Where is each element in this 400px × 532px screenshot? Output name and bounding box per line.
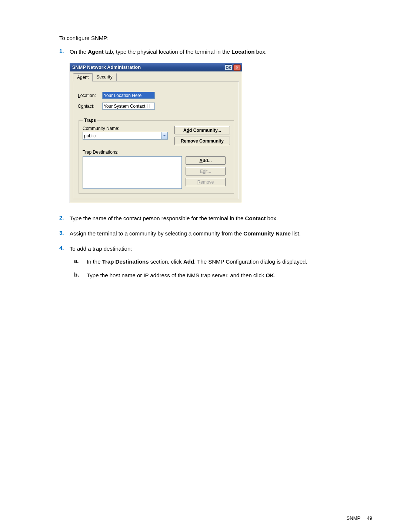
intro-text: To configure SNMP: <box>59 35 372 41</box>
step-4-text: To add a trap destination: <box>70 245 372 252</box>
traps-legend: Traps <box>83 118 97 123</box>
add-community-button[interactable]: Add Community... <box>174 126 230 134</box>
substep-letter: a. <box>74 258 87 266</box>
contact-label: Contact: <box>78 104 102 109</box>
location-label: Location: <box>78 93 102 98</box>
edit-button[interactable]: Edit... <box>186 167 226 175</box>
page-footer: SNMP 49 <box>347 515 372 521</box>
step-4a-text: In the Trap Destinations section, click … <box>87 258 372 266</box>
trap-destinations-list[interactable] <box>83 156 182 189</box>
trap-destinations-label: Trap Destinations: <box>83 150 230 155</box>
footer-section: SNMP <box>347 515 360 521</box>
step-3-text: Assign the terminal to a community by se… <box>70 230 372 237</box>
community-name-select[interactable]: public <box>83 132 168 140</box>
snmp-dialog-screenshot: SNMP Network Administration OK ✕ Agent S… <box>70 63 372 203</box>
contact-input[interactable]: Your System Contact H <box>102 103 155 110</box>
step-number: 2. <box>59 214 70 222</box>
community-name-value: public <box>83 132 161 140</box>
dialog-titlebar: SNMP Network Administration OK ✕ <box>70 63 242 71</box>
step-number: 4. <box>59 245 70 252</box>
remove-button[interactable]: Remove <box>186 178 226 186</box>
step-1-text: On the Agent tab, type the physical loca… <box>70 48 372 56</box>
tab-agent[interactable]: Agent <box>73 73 93 81</box>
page-number: 49 <box>367 515 372 521</box>
location-input[interactable]: Your Location Here <box>102 92 155 99</box>
tab-strip: Agent Security <box>73 73 239 81</box>
step-number: 3. <box>59 230 70 237</box>
step-4b-text: Type the host name or IP address of the … <box>87 271 372 280</box>
step-number: 1. <box>59 48 70 56</box>
titlebar-ok-button[interactable]: OK <box>225 64 232 71</box>
substep-letter: b. <box>74 271 87 280</box>
remove-community-button[interactable]: Remove Community <box>174 137 230 145</box>
traps-group: Traps Community Name: public <box>79 118 234 194</box>
chevron-down-icon[interactable] <box>161 132 168 140</box>
close-icon[interactable]: ✕ <box>233 64 241 71</box>
community-name-label: Community Name: <box>83 126 174 131</box>
add-button[interactable]: Add... <box>186 156 226 165</box>
step-2-text: Type the name of the contact person resp… <box>70 214 372 222</box>
dialog-title-text: SNMP Network Administration <box>72 65 141 70</box>
tab-security[interactable]: Security <box>92 73 116 81</box>
